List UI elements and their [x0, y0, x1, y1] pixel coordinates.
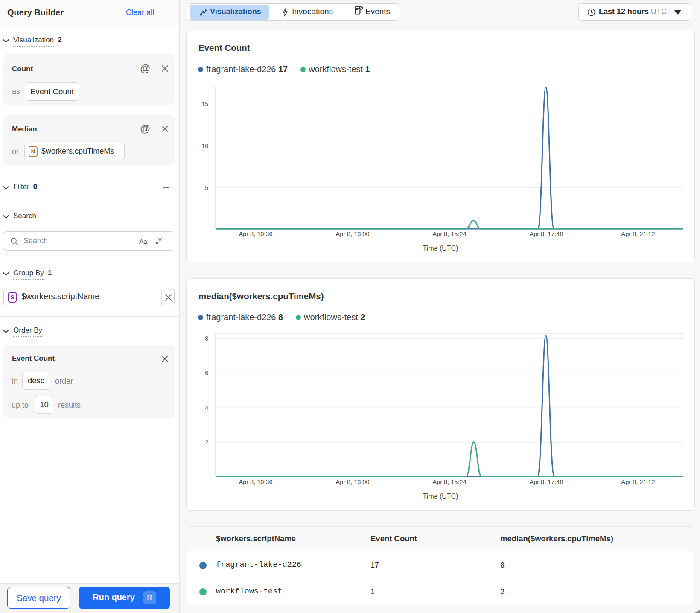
svg-text:6: 6	[205, 370, 208, 377]
svg-text:Apr 8, 15:24: Apr 8, 15:24	[433, 231, 467, 237]
svg-text:Apr 8, 13:00: Apr 8, 13:00	[336, 231, 370, 237]
svg-text:5: 5	[205, 184, 208, 191]
svg-text:Time (UTC): Time (UTC)	[423, 245, 458, 252]
svg-text:Apr 8, 10:36: Apr 8, 10:36	[239, 479, 273, 485]
svg-text:Apr 8, 17:48: Apr 8, 17:48	[530, 231, 563, 237]
svg-text:8: 8	[205, 335, 208, 342]
svg-text:Apr 8, 15:24: Apr 8, 15:24	[433, 479, 467, 485]
svg-text:Apr 8, 21:12: Apr 8, 21:12	[621, 479, 655, 485]
svg-text:10: 10	[201, 143, 208, 149]
svg-text:Apr 8, 21:12: Apr 8, 21:12	[621, 231, 655, 237]
svg-text:Apr 8, 10:36: Apr 8, 10:36	[239, 231, 273, 237]
svg-text:4: 4	[205, 404, 208, 411]
svg-text:Apr 8, 13:00: Apr 8, 13:00	[336, 479, 370, 485]
svg-text:15: 15	[201, 101, 208, 108]
svg-text:2: 2	[205, 439, 208, 446]
svg-text:Apr 8, 17:48: Apr 8, 17:48	[530, 479, 563, 485]
svg-text:Time (UTC): Time (UTC)	[423, 493, 458, 500]
